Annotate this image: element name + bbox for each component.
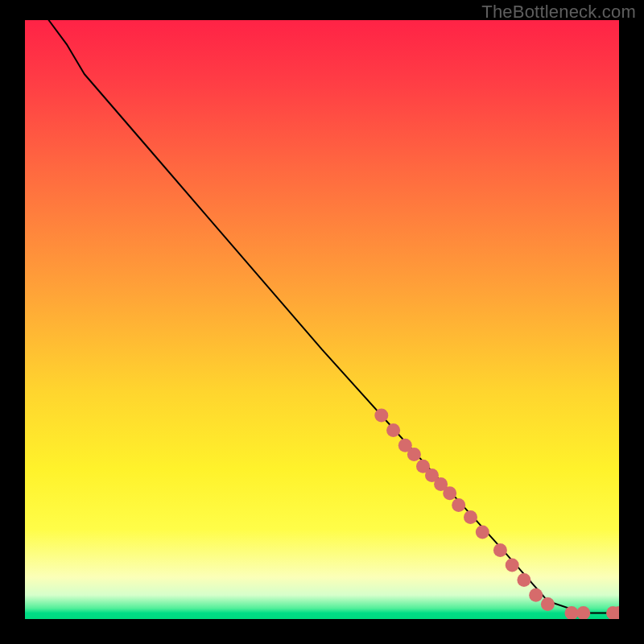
bottleneck-curve-line <box>49 20 620 613</box>
marker-dot <box>576 606 590 619</box>
marker-dot <box>407 448 421 461</box>
marker-dot <box>541 597 555 611</box>
marker-dot <box>452 498 465 512</box>
marker-dot <box>476 526 489 539</box>
marker-dot <box>386 423 400 437</box>
marker-dot <box>374 409 388 423</box>
marker-dot <box>464 510 477 524</box>
watermark-text: TheBottleneck.com <box>481 2 636 23</box>
marker-dot <box>443 486 456 500</box>
marker-dot <box>529 588 543 602</box>
marker-dot <box>517 573 530 587</box>
marker-dot <box>506 559 519 572</box>
marker-dot <box>493 543 507 557</box>
chart-frame: TheBottleneck.com <box>0 0 644 644</box>
highlighted-markers <box>374 409 619 620</box>
chart-overlay-svg <box>25 20 619 619</box>
